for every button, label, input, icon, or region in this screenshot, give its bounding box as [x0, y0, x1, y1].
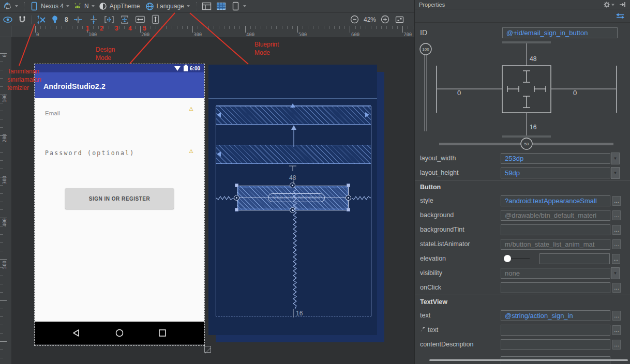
annotation-design-mode: Design Mode [96, 46, 115, 62]
align-horizontal-center-icon[interactable] [72, 14, 84, 25]
section-textview: TextView [415, 295, 630, 308]
more-button[interactable]: … [612, 311, 621, 321]
ruler-label: 600 [351, 32, 359, 37]
constraint-inspector[interactable]: 100 48 0 0 16 50 [415, 40, 630, 151]
properties-panel: Properties ID @+id/email_sign_in_button … [414, 0, 630, 364]
elevation-input[interactable] [539, 253, 610, 264]
onclick-input[interactable] [501, 282, 610, 293]
more-button[interactable]: … [612, 283, 621, 293]
chevron-down-icon[interactable] [243, 5, 246, 7]
selection-handle[interactable] [347, 208, 350, 211]
zoom-out-icon[interactable] [349, 14, 361, 25]
constraint-arrow-left-icon [217, 151, 221, 157]
style-input[interactable]: ?android:textAppearanceSmall [501, 195, 610, 206]
elevation-slider-knob[interactable] [504, 255, 511, 262]
id-input[interactable]: @+id/email_sign_in_button [502, 27, 618, 38]
design-editor-canvas[interactable]: 0 100 200 300 400 500 600 700 0 100 200 … [0, 26, 414, 364]
more-button[interactable]: … [612, 225, 621, 235]
properties-header: Properties [415, 0, 630, 9]
language-globe-icon [144, 1, 155, 11]
zoom-to-fit-icon[interactable] [394, 14, 405, 25]
row-style: style ?android:textAppearanceSmall … [415, 193, 630, 208]
annotation-number-2: 2 [100, 25, 103, 32]
show-constraints-eye-icon[interactable] [2, 14, 13, 25]
blueprint-password-view[interactable] [216, 145, 371, 164]
default-margin-value[interactable]: 8 [65, 16, 68, 23]
device-phone-icon [28, 1, 40, 11]
expand-horizontal-icon[interactable] [134, 14, 146, 25]
annotation-number-1: 1 [86, 25, 89, 32]
clear-constraints-icon[interactable] [36, 14, 47, 25]
ruler-label: 700 [403, 32, 412, 37]
resize-handle[interactable] [204, 346, 211, 353]
dropdown-arrow-icon[interactable]: ▼ [611, 167, 620, 179]
dropdown-arrow-icon[interactable]: ▼ [611, 153, 620, 164]
background-input[interactable]: @drawable/btn_default_materi [501, 210, 610, 221]
autoconnect-magnet-icon[interactable] [17, 14, 28, 25]
panel-scrollbar[interactable] [429, 359, 628, 361]
zoom-in-icon[interactable] [379, 14, 391, 25]
more-button[interactable]: … [612, 254, 620, 264]
dropdown-arrow-icon[interactable]: ▼ [611, 267, 620, 279]
constraint-anchor-right[interactable] [346, 195, 351, 201]
layout-width-combo[interactable]: 253dp [501, 153, 610, 164]
pack-vertical-icon[interactable] [119, 14, 130, 25]
margin-right-value: 0 [573, 89, 577, 97]
elevation-slider-track[interactable] [511, 258, 530, 259]
annotation-blueprint-mode: Blueprint Mode [254, 40, 279, 57]
row-content-description: contentDescription … [415, 337, 630, 352]
ruler-label: 300 [2, 176, 7, 184]
row-text: text @string/action_sign_in … [415, 308, 630, 323]
ruler-label: 300 [193, 32, 202, 37]
state-list-animator-input[interactable]: m/button_state_list_anim_mat [501, 239, 610, 250]
vertical-bias-value: 100 [422, 47, 429, 52]
selection-handle[interactable] [347, 184, 350, 187]
blueprint-button-text: SIGN IN OR REGISTER [268, 193, 325, 202]
more-button[interactable]: … [612, 340, 621, 350]
pack-horizontal-icon[interactable] [103, 14, 115, 25]
constraint-anchor-bottom[interactable] [290, 207, 295, 213]
api-selector[interactable]: N [84, 3, 89, 10]
expand-vertical-icon[interactable] [150, 14, 161, 25]
constraint-anchor-top[interactable] [290, 183, 295, 188]
language-selector[interactable]: Language [156, 3, 184, 10]
id-label: ID [420, 28, 427, 37]
content-description-input[interactable] [501, 339, 610, 350]
chevron-down-icon[interactable] [187, 5, 190, 7]
infer-constraints-lightbulb-icon[interactable] [49, 14, 61, 25]
wrench-icon [420, 326, 426, 332]
blueprint-email-view[interactable] [216, 105, 371, 125]
switch-view-arrows-icon[interactable] [616, 13, 625, 19]
orientation-icon[interactable] [2, 1, 13, 11]
design-mode-icon[interactable] [201, 1, 213, 11]
ruler-label: 200 [2, 134, 7, 142]
selection-handle[interactable] [235, 208, 238, 211]
row-state-list-animator: stateListAnimator m/button_state_list_an… [415, 237, 630, 251]
layout-height-combo[interactable]: 59dp [501, 168, 610, 178]
chevron-down-icon[interactable] [92, 5, 95, 7]
preview-device-icon[interactable] [230, 1, 242, 11]
horizontal-ruler: 0 100 200 300 400 500 600 700 [11, 26, 414, 37]
chevron-down-icon [15, 5, 18, 7]
selection-handle[interactable] [235, 184, 238, 187]
more-button[interactable]: … [612, 196, 621, 206]
gear-icon[interactable] [604, 2, 615, 8]
align-vertical-center-icon[interactable] [88, 14, 99, 25]
section-button: Button [415, 180, 630, 193]
more-button[interactable]: … [612, 210, 621, 220]
more-button[interactable]: … [612, 325, 621, 335]
design-text-input[interactable] [501, 325, 610, 336]
chevron-down-icon[interactable] [66, 5, 69, 7]
background-tint-input[interactable] [501, 224, 610, 235]
row-layout-width: layout_width 253dp ▼ [415, 151, 630, 165]
hide-panel-icon[interactable] [619, 2, 626, 8]
ruler-label: 100 [88, 32, 97, 37]
text-input[interactable]: @string/action_sign_in [501, 310, 610, 321]
panel-title: Properties [419, 2, 445, 8]
blueprint-mode-icon[interactable] [216, 1, 227, 11]
device-selector[interactable]: Nexus 4 [41, 3, 64, 10]
more-button[interactable]: … [612, 239, 621, 249]
visibility-combo[interactable]: none [501, 268, 610, 279]
theme-selector[interactable]: AppTheme [110, 3, 140, 10]
constraint-anchor-left[interactable] [234, 195, 239, 201]
